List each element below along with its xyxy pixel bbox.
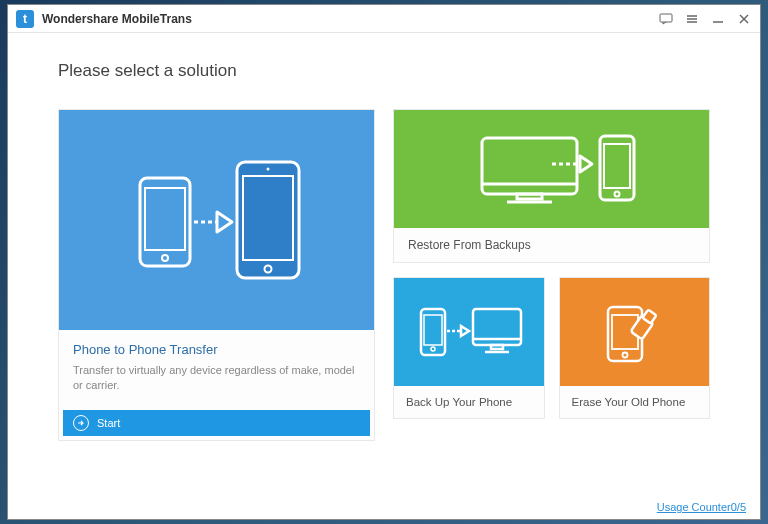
card-title: Phone to Phone Transfer [73, 342, 360, 357]
app-logo-icon: t [16, 10, 34, 28]
card-title: Erase Your Old Phone [560, 386, 710, 418]
start-arrow-icon [73, 415, 89, 431]
content-area: Please select a solution [8, 33, 760, 519]
backup-phone-icon [394, 278, 544, 386]
card-erase-phone[interactable]: Erase Your Old Phone [559, 277, 711, 419]
card-restore-backups[interactable]: Restore From Backups [393, 109, 710, 263]
svg-point-25 [431, 347, 435, 351]
svg-rect-8 [145, 188, 185, 250]
feedback-icon[interactable] [658, 11, 674, 27]
svg-rect-7 [140, 178, 190, 266]
svg-point-33 [623, 353, 628, 358]
erase-phone-icon [560, 278, 710, 386]
svg-rect-29 [491, 345, 503, 349]
svg-rect-11 [243, 176, 293, 260]
start-label: Start [97, 417, 120, 429]
app-title: Wondershare MobileTrans [42, 12, 658, 26]
svg-rect-15 [482, 138, 577, 194]
svg-point-13 [266, 168, 269, 171]
card-title: Back Up Your Phone [394, 386, 544, 418]
svg-rect-21 [604, 144, 630, 188]
svg-point-9 [162, 255, 168, 261]
menu-icon[interactable] [684, 11, 700, 27]
solution-grid: Phone to Phone Transfer Transfer to virt… [58, 109, 710, 441]
card-backup-phone[interactable]: Back Up Your Phone [393, 277, 545, 419]
card-title: Restore From Backups [394, 228, 709, 262]
minimize-icon[interactable] [710, 11, 726, 27]
card-description: Transfer to virtually any device regardl… [73, 363, 360, 394]
titlebar: t Wondershare MobileTrans [8, 5, 760, 33]
close-icon[interactable] [736, 11, 752, 27]
svg-rect-17 [517, 194, 542, 199]
card-phone-to-phone[interactable]: Phone to Phone Transfer Transfer to virt… [58, 109, 375, 441]
page-heading: Please select a solution [58, 61, 710, 81]
titlebar-controls [658, 11, 752, 27]
phone-to-phone-icon [59, 110, 374, 330]
app-window: t Wondershare MobileTrans Please select … [7, 4, 761, 520]
svg-rect-24 [424, 315, 442, 345]
svg-rect-0 [660, 14, 672, 22]
svg-rect-20 [600, 136, 634, 200]
usage-counter-link[interactable]: Usage Counter0/5 [657, 501, 746, 513]
start-button[interactable]: Start [63, 410, 370, 436]
svg-point-22 [614, 192, 619, 197]
restore-backups-icon [394, 110, 709, 228]
